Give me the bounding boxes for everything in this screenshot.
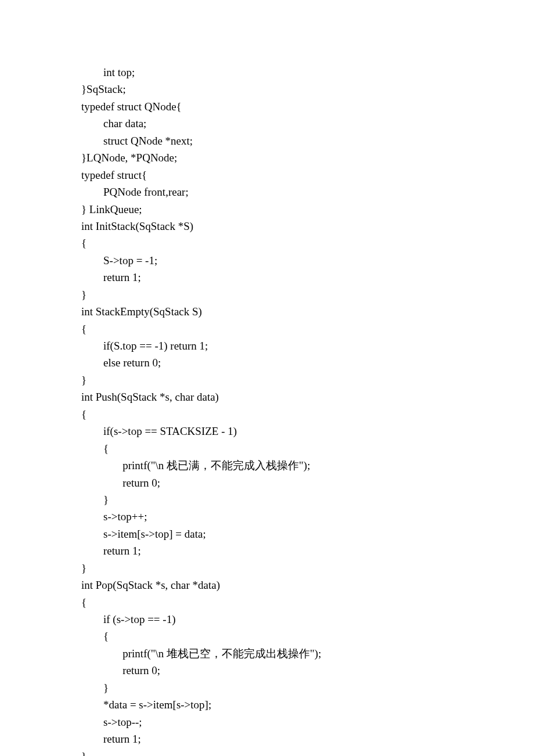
code-line: {	[81, 594, 453, 611]
code-line: }	[81, 748, 453, 757]
code-line: }	[81, 491, 453, 508]
code-line: int StackEmpty(SqStack S)	[81, 303, 453, 320]
code-line: return 1;	[81, 730, 453, 747]
code-line: char data;	[81, 115, 453, 132]
code-line: return 0;	[81, 474, 453, 491]
code-line: {	[81, 406, 453, 423]
code-line: S->top = -1;	[81, 252, 453, 269]
code-line: s->item[s->top] = data;	[81, 525, 453, 542]
code-line: }	[81, 560, 453, 577]
code-line: typedef struct QNode{	[81, 98, 453, 115]
code-line: {	[81, 235, 453, 251]
code-line: printf("\n 堆栈已空，不能完成出栈操作");	[81, 645, 453, 662]
code-line: if (s->top == -1)	[81, 611, 453, 628]
code-line: {	[81, 628, 453, 645]
code-line: struct QNode *next;	[81, 132, 453, 149]
code-line: int Pop(SqStack *s, char *data)	[81, 577, 453, 593]
code-line: }SqStack;	[81, 81, 453, 98]
code-line: int Push(SqStack *s, char data)	[81, 388, 453, 405]
code-line: {	[81, 440, 453, 457]
document-page: int top; }SqStack; typedef struct QNode{…	[0, 0, 534, 756]
code-line: int top;	[81, 64, 453, 81]
code-line: }	[81, 286, 453, 303]
code-line: PQNode front,rear;	[81, 183, 453, 200]
code-line: int InitStack(SqStack *S)	[81, 218, 453, 235]
code-line: return 1;	[81, 269, 453, 286]
code-line: }	[81, 372, 453, 388]
code-line: } LinkQueue;	[81, 201, 453, 218]
code-line: if(s->top == STACKSIZE - 1)	[81, 423, 453, 440]
code-line: *data = s->item[s->top];	[81, 696, 453, 713]
code-line: }	[81, 679, 453, 696]
code-line: return 1;	[81, 542, 453, 559]
code-line: typedef struct{	[81, 167, 453, 183]
code-line: return 0;	[81, 662, 453, 679]
code-line: s->top++;	[81, 508, 453, 525]
code-line: if(S.top == -1) return 1;	[81, 337, 453, 354]
code-line: else return 0;	[81, 354, 453, 371]
code-line: {	[81, 321, 453, 337]
code-line: }LQNode, *PQNode;	[81, 149, 453, 166]
code-line: printf("\n 栈已满，不能完成入栈操作");	[81, 457, 453, 474]
code-line: s->top--;	[81, 714, 453, 730]
